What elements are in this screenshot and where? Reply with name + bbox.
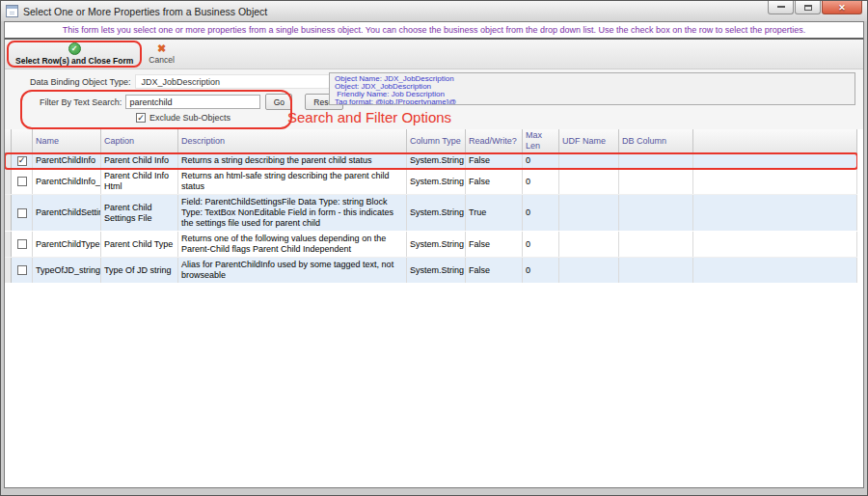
title-bar: Select One or More Properties from a Bus… (1, 1, 867, 21)
row-header-gutter (5, 195, 12, 231)
object-type-dropdown[interactable]: JDX_JobDescription (135, 74, 349, 89)
search-filter-annotation-text: Search and Filter Options (287, 109, 451, 125)
cell-column_type: System.String (407, 169, 466, 194)
cell-udf_name (559, 153, 619, 168)
row-header-gutter (5, 232, 12, 257)
cell-caption: Parent Child Info Html (101, 169, 178, 194)
cell-name: ParentChildInfo_Html (33, 169, 101, 194)
cell-column_type: System.String (407, 232, 466, 257)
properties-grid: NameCaptionDescriptionColumn TypeRead/Wr… (5, 129, 857, 487)
go-button[interactable]: Go (265, 94, 292, 110)
maximize-icon (804, 5, 812, 11)
cell-description: Alias for ParentChildInfo used by some t… (178, 258, 407, 283)
cell-column_type: System.String (407, 258, 466, 283)
column-header-max_len[interactable]: Max Len (523, 129, 559, 153)
window-title: Select One or More Properties from a Bus… (23, 6, 267, 17)
row-select-checkbox[interactable] (17, 208, 27, 218)
column-header-udf_name[interactable]: UDF Name (559, 129, 619, 153)
column-header-read_write[interactable]: Read/Write? (466, 129, 523, 153)
cell-filler (693, 153, 857, 168)
cell-read_write: False (466, 232, 523, 257)
cell-max_len: 0 (523, 169, 559, 194)
cell-filler (693, 169, 857, 194)
grid-body: ParentChildInfoParent Child InfoReturns … (5, 153, 857, 284)
go-label: Go (274, 97, 285, 107)
row-select-checkbox[interactable] (17, 177, 27, 186)
green-check-icon: ✓ (68, 42, 81, 55)
cell-name: ParentChildInfo (33, 153, 101, 168)
row-select-checkbox[interactable] (17, 265, 27, 275)
cell-udf_name (559, 195, 619, 231)
cell-db_column (619, 258, 693, 283)
table-row[interactable]: TypeOfJD_stringType Of JD stringAlias fo… (5, 258, 857, 284)
row-header-gutter (5, 129, 12, 153)
row-header-gutter (5, 258, 12, 283)
cell-udf_name (559, 232, 619, 257)
column-header-column_type[interactable]: Column Type (407, 129, 466, 153)
cell-read_write: False (466, 258, 523, 283)
grid-empty-area (5, 284, 857, 487)
window-icon (6, 5, 18, 17)
column-header-description[interactable]: Description (178, 129, 407, 153)
column-header-filler (693, 129, 857, 153)
column-header-checkbox (12, 129, 33, 153)
cell-caption: Parent Child Settings File (101, 195, 178, 231)
select-rows-close-button[interactable]: ✓ Select Row(s) and Close Form (9, 42, 140, 66)
cell-max_len: 0 (523, 232, 559, 257)
table-row[interactable]: ParentChildInfo_HtmlParent Child Info Ht… (5, 169, 857, 195)
cell-filler (693, 258, 857, 283)
close-icon: ✕ (838, 3, 846, 13)
table-row[interactable]: ParentChildTypeParent Child TypeReturns … (5, 232, 857, 258)
cell-column_type: System.String (407, 153, 466, 168)
exclude-subobjects-checkbox[interactable] (136, 113, 146, 123)
minimize-button[interactable] (768, 1, 794, 14)
table-row[interactable]: ParentChildInfoParent Child InfoReturns … (5, 153, 857, 169)
cancel-x-icon: ✖ (157, 43, 166, 54)
instruction-banner: This form lets you select one or more pr… (5, 22, 863, 40)
cell-read_write: True (466, 195, 523, 231)
cell-caption: Parent Child Info (101, 153, 178, 168)
object-type-value: JDX_JobDescription (141, 77, 220, 87)
cell-filler (693, 195, 857, 231)
cell-max_len: 0 (523, 258, 559, 283)
column-header-name[interactable]: Name (33, 129, 101, 153)
cell-caption: Type Of JD string (101, 258, 178, 283)
table-row[interactable]: ParentChildSettingsFileParent Child Sett… (5, 195, 857, 232)
cell-db_column (619, 153, 693, 168)
row-select-checkbox[interactable] (17, 156, 27, 166)
filter-text-input[interactable] (125, 95, 260, 109)
cell-caption: Parent Child Type (101, 232, 178, 257)
grid-header-row: NameCaptionDescriptionColumn TypeRead/Wr… (5, 129, 857, 153)
close-button[interactable]: ✕ (822, 1, 862, 14)
select-button-annotation: ✓ Select Row(s) and Close Form (7, 41, 142, 68)
cell-name: ParentChildType (33, 232, 101, 257)
cell-udf_name (559, 169, 619, 194)
cell-name: TypeOfJD_string (33, 258, 101, 283)
row-header-gutter (5, 153, 12, 168)
cell-filler (693, 232, 857, 257)
dialog-window: Select One or More Properties from a Bus… (0, 0, 868, 496)
maximize-button[interactable] (795, 1, 821, 14)
column-header-db_column[interactable]: DB Column (619, 129, 693, 153)
cell-name: ParentChildSettingsFile (33, 195, 101, 231)
tag-format-line: Tag format: @job.[Propertyname]@ (335, 98, 850, 105)
cancel-button[interactable]: ✖ Cancel (142, 41, 180, 68)
search-filter-panel: Data Binding Object Type: JDX_JobDescrip… (5, 69, 863, 129)
cell-db_column (619, 169, 693, 194)
cell-description: Returns a string describing the parent c… (178, 153, 407, 168)
cell-max_len: 0 (523, 195, 559, 231)
minimize-icon (777, 5, 785, 8)
cancel-label: Cancel (149, 55, 174, 65)
instruction-text: This form lets you select one or more pr… (63, 25, 805, 35)
object-type-label: Data Binding Object Type: (30, 77, 130, 87)
cell-udf_name (559, 258, 619, 283)
cell-max_len: 0 (523, 153, 559, 168)
cell-read_write: False (466, 153, 523, 168)
column-header-caption[interactable]: Caption (101, 129, 178, 153)
object-info-panel: Object Name: JDX_JobDescription Object: … (329, 72, 855, 105)
cell-description: Returns an html-safe string describing t… (178, 169, 407, 194)
client-area: This form lets you select one or more pr… (4, 21, 864, 488)
cell-description: Returns one of the following values depe… (178, 232, 407, 257)
row-select-checkbox[interactable] (17, 239, 27, 249)
cell-read_write: False (466, 169, 523, 194)
